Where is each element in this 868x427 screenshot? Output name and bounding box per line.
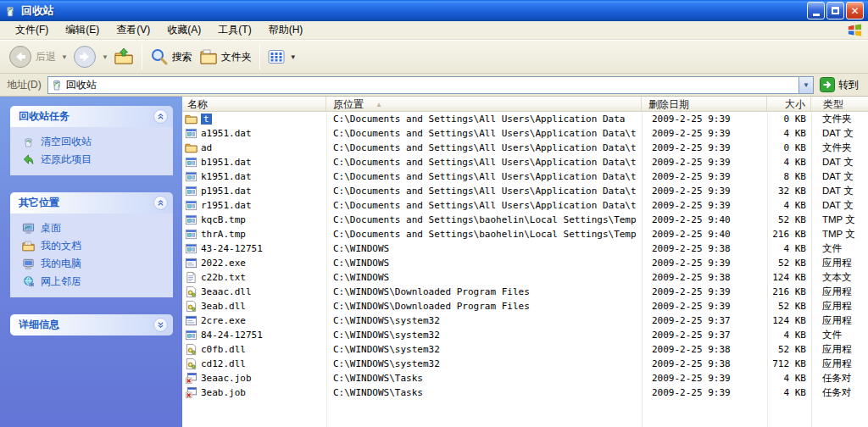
file-date-cell: 2009-2-25 9:39 — [642, 285, 767, 299]
menu-item[interactable]: 查看(V) — [108, 20, 159, 40]
menu-item[interactable]: 编辑(E) — [57, 20, 108, 40]
address-combo[interactable]: 回收站 ▼ — [47, 76, 814, 94]
forward-icon — [73, 45, 97, 69]
file-location: C:\Documents and Settings\All Users\Appl… — [333, 142, 637, 153]
dll-file-icon — [185, 300, 198, 313]
file-name-cell: 3eab.job — [182, 385, 326, 400]
sidebar-item[interactable]: 桌面 — [17, 219, 170, 237]
file-size-cell: 52 KB — [767, 256, 811, 270]
file-row[interactable]: 3eaac.jobC:\WINDOWS\Tasks2009-2-25 9:394… — [182, 371, 868, 385]
chevron-up-icon[interactable] — [153, 196, 168, 210]
sidebar-item[interactable]: 清空回收站 — [17, 133, 170, 151]
my-documents-icon — [22, 240, 35, 252]
sidebar-panel: 其它位置桌面我的文档我的电脑网上邻居 — [10, 192, 173, 297]
file-row[interactable]: k1951.datC:\Documents and Settings\All U… — [182, 169, 868, 184]
file-size: 0 KB — [784, 142, 807, 153]
file-row[interactable]: kqcB.tmpC:\Documents and Settings\baohel… — [182, 213, 868, 227]
file-location-cell: C:\Documents and Settings\baohelin\Local… — [326, 227, 642, 241]
file-row[interactable]: 2cre.exeC:\WINDOWS\system322009-2-25 9:3… — [182, 313, 868, 328]
file-type: DAT 文 — [822, 170, 854, 183]
sidebar-panel-header[interactable]: 详细信息 — [10, 314, 173, 336]
file-row[interactable]: adC:\Documents and Settings\All Users\Ap… — [182, 141, 868, 155]
file-row[interactable]: tC:\Documents and Settings\All Users\App… — [182, 112, 868, 126]
dat-file-icon — [185, 127, 198, 140]
minimize-button[interactable] — [807, 2, 825, 19]
file-row[interactable]: p1951.datC:\Documents and Settings\All U… — [182, 184, 868, 198]
file-date-cell: 2009-2-25 9:37 — [642, 313, 767, 328]
file-date-cell: 2009-2-25 9:38 — [642, 241, 767, 256]
file-location: C:\Documents and Settings\All Users\Appl… — [333, 157, 637, 168]
column-header-location[interactable]: 原位置▲ — [326, 97, 642, 111]
file-type: 应用程 — [822, 314, 852, 327]
column-gridline — [811, 112, 812, 427]
file-name: 3eab.job — [201, 387, 246, 398]
restore-button[interactable] — [826, 2, 844, 19]
file-date-cell: 2009-2-25 9:39 — [642, 112, 767, 126]
list-header: 名称原位置▲删除日期大小类型 — [182, 97, 868, 112]
file-row[interactable]: 43-24-12751C:\WINDOWS2009-2-25 9:384 KB文… — [182, 241, 868, 256]
go-button[interactable]: 转到 — [814, 77, 865, 92]
forward-button[interactable] — [70, 43, 100, 70]
file-row[interactable]: 2022.exeC:\WINDOWS2009-2-25 9:3952 KB应用程 — [182, 256, 868, 270]
file-date: 2009-2-25 9:38 — [652, 272, 731, 283]
column-header-size[interactable]: 大小 — [767, 97, 811, 111]
file-row[interactable]: a1951.datC:\Documents and Settings\All U… — [182, 126, 868, 141]
file-size-cell: 4 KB — [767, 385, 811, 400]
file-date-cell: 2009-2-25 9:37 — [642, 328, 767, 342]
file-location-cell: C:\WINDOWS\Tasks — [326, 371, 642, 385]
file-row[interactable]: 84-24-12751C:\WINDOWS\system322009-2-25 … — [182, 328, 868, 342]
file-date-cell: 2009-2-25 9:39 — [642, 141, 767, 155]
sidebar-item[interactable]: 还原此项目 — [17, 151, 170, 169]
file-name-cell: thrA.tmp — [182, 227, 326, 241]
file-row[interactable]: thrA.tmpC:\Documents and Settings\baohel… — [182, 227, 868, 241]
file-row[interactable]: cd12.dllC:\WINDOWS\system322009-2-25 9:3… — [182, 357, 868, 371]
sidebar-item-label: 清空回收站 — [41, 135, 92, 149]
file-row[interactable]: c22b.txtC:\WINDOWS2009-2-25 9:38124 KB文本… — [182, 270, 868, 285]
back-button[interactable]: 后退 — [5, 43, 59, 70]
search-button[interactable]: 搜索 — [147, 46, 196, 68]
sidebar-panel-header[interactable]: 回收站任务 — [10, 106, 173, 127]
file-size-cell: 32 KB — [767, 184, 811, 198]
back-dropdown-icon[interactable]: ▼ — [61, 53, 68, 61]
address-dropdown-button[interactable]: ▼ — [798, 77, 813, 93]
file-location: C:\WINDOWS\system32 — [333, 358, 440, 369]
file-row[interactable]: 3eab.jobC:\WINDOWS\Tasks2009-2-25 9:394 … — [182, 385, 868, 400]
up-button[interactable] — [110, 45, 137, 69]
sidebar-item[interactable]: 我的文档 — [17, 237, 170, 255]
close-button[interactable]: ✕ — [846, 2, 864, 19]
file-size: 4 KB — [784, 387, 807, 398]
folders-button[interactable]: 文件夹 — [196, 46, 255, 68]
sidebar-item[interactable]: 我的电脑 — [17, 255, 170, 273]
file-size-cell: 124 KB — [767, 270, 811, 285]
file-location-cell: C:\WINDOWS\system32 — [326, 342, 642, 357]
column-header-name[interactable]: 名称 — [182, 97, 326, 111]
chevron-up-icon[interactable] — [153, 109, 168, 124]
file-type-cell: 应用程 — [811, 357, 868, 371]
menu-item[interactable]: 文件(F) — [7, 20, 57, 40]
file-row[interactable]: 3eaac.dllC:\WINDOWS\Downloaded Program F… — [182, 285, 868, 299]
file-size-cell: 216 KB — [767, 285, 811, 299]
views-button[interactable]: ▼ — [264, 47, 302, 67]
file-type-cell: 应用程 — [811, 342, 868, 357]
column-header-type[interactable]: 类型 — [811, 97, 868, 111]
file-row[interactable]: b1951.datC:\Documents and Settings\All U… — [182, 155, 868, 169]
sidebar-item[interactable]: 网上邻居 — [17, 273, 170, 291]
file-row[interactable]: c0fb.dllC:\WINDOWS\system322009-2-25 9:3… — [182, 342, 868, 357]
folders-label: 文件夹 — [221, 50, 252, 64]
file-row[interactable]: r1951.datC:\Documents and Settings\All U… — [182, 198, 868, 213]
file-name: a1951.dat — [201, 128, 252, 139]
menu-item[interactable]: 帮助(H) — [260, 20, 312, 40]
sidebar-panel-header[interactable]: 其它位置 — [10, 192, 173, 214]
sidebar-item-label: 网上邻居 — [41, 274, 81, 289]
column-header-date[interactable]: 删除日期 — [642, 97, 767, 111]
file-type: 文件夹 — [822, 141, 852, 154]
menu-item[interactable]: 工具(T) — [209, 20, 259, 40]
dat-file-icon — [185, 170, 198, 183]
file-type: 应用程 — [822, 358, 852, 370]
file-size: 52 KB — [778, 344, 806, 355]
forward-dropdown-icon[interactable]: ▼ — [102, 53, 108, 61]
file-location: C:\WINDOWS\system32 — [333, 315, 440, 326]
menu-item[interactable]: 收藏(A) — [159, 20, 209, 40]
chevron-down-icon[interactable] — [153, 318, 168, 332]
file-row[interactable]: 3eab.dllC:\WINDOWS\Downloaded Program Fi… — [182, 299, 868, 313]
